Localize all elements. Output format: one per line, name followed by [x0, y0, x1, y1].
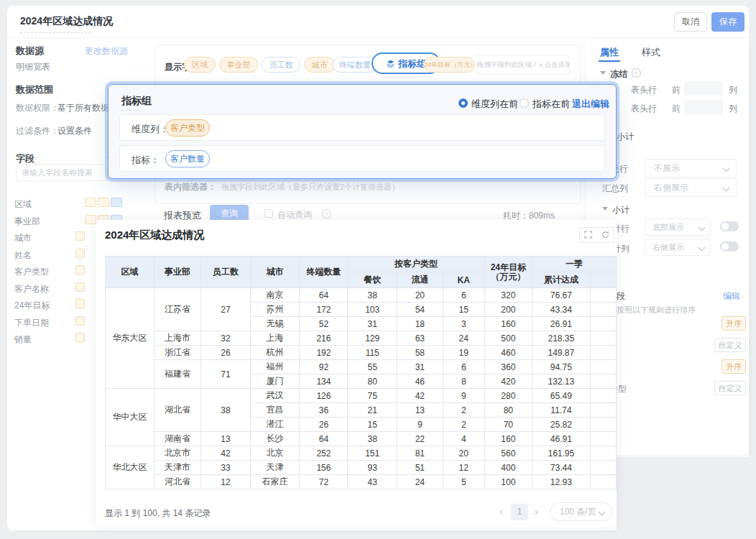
page-size-select[interactable]: 100 条/页 [550, 502, 613, 521]
fullscreen-button[interactable] [579, 227, 597, 243]
column-header-clipped [590, 272, 616, 288]
field-search-input[interactable]: 请输入字段名称搜索 [16, 164, 108, 181]
refresh-button[interactable] [596, 227, 614, 243]
exit-edit-link[interactable]: 退出编辑 [572, 98, 609, 111]
clipped-cell [590, 418, 616, 432]
tab-style[interactable]: 样式 [642, 46, 660, 59]
radio-dimension-first[interactable] [458, 98, 468, 108]
column-header[interactable]: 城市 [250, 257, 300, 288]
catering-cell: 151 [348, 446, 397, 461]
table-row: 河北省12石家庄724324510012.93 [106, 475, 617, 489]
column-header[interactable]: 员工数 [201, 257, 251, 288]
save-button[interactable]: 保存 [711, 12, 745, 32]
pager-prev[interactable]: ‹ [499, 506, 503, 517]
cumulative-cell: 43.34 [532, 303, 590, 317]
datasource-name: 明细宽表 [16, 61, 50, 73]
clipped-cell [590, 475, 616, 489]
clipped-cell [590, 346, 616, 360]
target-cell: 360 [484, 360, 532, 374]
cancel-button[interactable]: 取消 [674, 12, 707, 32]
field-pill-target[interactable]: 24年目标（万元） [423, 57, 475, 73]
sort-order-badge[interactable]: 升序 [722, 359, 746, 374]
column-header-cumulative[interactable]: 累计达成 [532, 272, 590, 288]
auto-query-checkbox[interactable] [264, 209, 273, 218]
measure-pill[interactable]: 客户数量 [165, 150, 210, 167]
summary-col-select[interactable]: 右侧展示 [645, 178, 737, 197]
catering-cell: 38 [348, 288, 397, 303]
terminal-cell: 26 [300, 418, 348, 432]
table-row: 浙江省26杭州1921155819460149.87 [106, 346, 617, 360]
freeze-count-input[interactable] [684, 100, 723, 114]
table-row: 湖南省13长沙643822416046.91 [106, 432, 617, 446]
sort-edit-link[interactable]: 编辑 [723, 290, 740, 303]
filter-condition-value[interactable]: 设置条件 [57, 125, 92, 137]
staff-cell: 27 [201, 288, 251, 331]
filter-condition-label: 过滤条件： [16, 125, 59, 137]
pager-page-1[interactable]: 1 [511, 504, 528, 520]
column-header-target[interactable]: 24年目标（万元） [484, 257, 532, 288]
field-pill[interactable]: 事业部 [219, 57, 258, 73]
drop-area[interactable]: 拖拽字段到此区域 / ＋点击添加 [476, 55, 570, 75]
target-cell: 200 [484, 303, 532, 317]
field-name: 24年目标 [14, 300, 50, 310]
radio-measure-first[interactable] [520, 98, 529, 108]
city-cell: 潜江 [250, 418, 300, 432]
pager-next[interactable]: › [535, 506, 538, 517]
subtotal-col-toggle[interactable] [720, 241, 739, 252]
freeze-count-input[interactable] [684, 81, 723, 96]
column-header-quarter[interactable]: 一季 [532, 257, 616, 272]
data-range-label: 数据范围 [16, 83, 53, 96]
sort-order-badge[interactable]: 自定义 [714, 338, 746, 352]
column-subheader[interactable]: 流通 [397, 272, 443, 288]
province-cell: 浙江省 [155, 346, 201, 360]
catering-cell: 21 [348, 403, 397, 418]
sort-order-badge[interactable]: 自定义 [714, 381, 746, 395]
circulation-cell: 31 [397, 360, 443, 374]
staff-cell: 12 [201, 475, 251, 489]
chevron-down-icon [723, 165, 730, 172]
table-row: 上海市32上海2161296324500218.35 [106, 331, 617, 346]
table-row: 福建省71福州925531636094.75 [106, 360, 617, 374]
ka-cell: 6 [443, 288, 484, 303]
terminal-cell: 36 [300, 403, 348, 418]
summary-section-label: 小计 [617, 131, 634, 143]
column-header[interactable]: 事业部 [155, 257, 201, 288]
cumulative-cell: 218.35 [532, 331, 590, 346]
city-cell: 天津 [250, 461, 300, 475]
column-subheader[interactable]: KA [443, 272, 484, 288]
subtotal-col-select[interactable]: 右侧展示 [645, 239, 711, 256]
field-pill[interactable]: 城市 [304, 57, 336, 73]
column-subheader[interactable]: 餐饮 [348, 272, 397, 288]
summary-row-select[interactable]: 不展示 [645, 159, 737, 178]
field-pill[interactable]: 终端数量 [333, 57, 377, 73]
target-cell: 70 [484, 418, 532, 432]
terminal-cell: 252 [300, 446, 348, 461]
subtotal-row-select[interactable]: 底部展示 [645, 218, 711, 236]
clipped-cell [590, 461, 616, 475]
dimension-row: 维度列： 客户类型 [119, 114, 605, 141]
city-cell: 北京 [250, 446, 300, 461]
catering-cell: 43 [348, 475, 397, 489]
column-header[interactable]: 区域 [106, 257, 155, 288]
table-row: 华东大区江苏省27南京643820632076.67 [106, 288, 617, 303]
data-permission-value[interactable]: 基于所有数据 [57, 102, 109, 114]
column-header-customer-group[interactable]: 按客户类型 [348, 257, 484, 272]
subtotal-row-toggle[interactable] [720, 221, 739, 231]
terminal-cell: 52 [300, 317, 348, 331]
table-row: 华北大区北京市42北京2521518120560161.95 [106, 446, 617, 461]
sort-order-badge[interactable]: 升序 [722, 316, 746, 331]
target-cell: 100 [484, 475, 532, 489]
dimension-pill[interactable]: 客户类型 [165, 119, 210, 137]
province-cell: 北京市 [155, 446, 201, 461]
clipped-cell [590, 446, 616, 461]
collapse-icon-freeze[interactable] [600, 71, 606, 75]
tab-properties[interactable]: 属性 [600, 46, 619, 59]
cumulative-cell: 46.91 [532, 432, 590, 446]
column-header[interactable]: 终端数量 [300, 257, 348, 288]
field-pill[interactable]: 员工数 [262, 57, 300, 73]
change-datasource-link[interactable]: 更改数据源 [85, 45, 128, 57]
cumulative-cell: 73.44 [532, 461, 590, 475]
cumulative-cell: 26.91 [532, 317, 590, 331]
field-pill[interactable]: 区域 [184, 57, 216, 73]
city-cell: 福州 [250, 360, 300, 374]
